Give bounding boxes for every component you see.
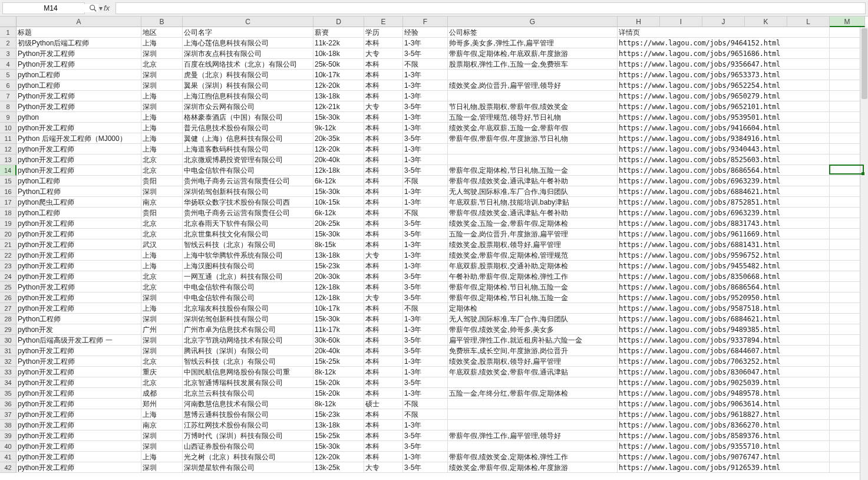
cell[interactable]: 3-5年 — [403, 229, 448, 239]
zoom-icon[interactable] — [88, 4, 98, 13]
cell[interactable]: 广州 — [141, 324, 183, 335]
cell[interactable]: 贵阳 — [141, 176, 183, 186]
cell[interactable]: Python开发工程师 — [16, 48, 141, 59]
row-header-8[interactable]: 8 — [0, 101, 16, 112]
cell[interactable]: 大专 — [364, 250, 403, 261]
cell[interactable]: 10k-18k — [313, 48, 364, 59]
cell[interactable]: 绩效奖金,带薪年假,定期体检,年度旅游 — [448, 462, 618, 473]
col-header-K[interactable]: K — [745, 17, 787, 27]
col-header-H[interactable]: H — [618, 17, 660, 27]
cell[interactable]: python开发工程师 — [16, 261, 141, 271]
cell[interactable]: 中国民航信息网络股份有限公司重 — [183, 367, 313, 377]
cell[interactable]: 不限 — [403, 208, 448, 218]
cell[interactable]: 无人驾驶,国际标准,车厂合作,海归团队 — [448, 186, 618, 197]
cell[interactable]: 绩效奖金,五险一金,带薪年假,定期体检 — [448, 218, 618, 229]
cell[interactable]: 15k-30k — [313, 441, 364, 452]
cell[interactable]: https://www.lagou.com/jobs/9126539.html — [618, 462, 830, 473]
cell[interactable]: 上海 — [141, 112, 183, 123]
cell[interactable]: https://www.lagou.com/jobs/9464152.html — [618, 38, 830, 48]
cell[interactable]: 公司标签 — [448, 27, 618, 38]
cell[interactable]: 11k-17k — [313, 324, 364, 335]
cell[interactable]: https://www.lagou.com/jobs/6844607.html — [618, 346, 830, 356]
cell[interactable]: https://www.lagou.com/jobs/9076747.html — [618, 452, 830, 462]
cell[interactable]: https://www.lagou.com/jobs/9618827.html — [618, 409, 830, 420]
row-header-33[interactable]: 33 — [0, 367, 16, 377]
formula-bar[interactable] — [115, 2, 866, 14]
cell[interactable]: 北京 — [141, 218, 183, 229]
cell[interactable]: 深圳 — [141, 441, 183, 452]
cell[interactable]: 本科 — [364, 154, 403, 165]
cell[interactable]: 成都 — [141, 388, 183, 399]
cell[interactable]: 智线云科技（北京）有限公司 — [183, 239, 313, 250]
cell[interactable]: 河南数慧信息技术有限公司 — [183, 399, 313, 409]
cell[interactable]: 本科 — [364, 208, 403, 218]
cell[interactable]: https://www.lagou.com/jobs/8686564.html — [618, 282, 830, 292]
cell[interactable]: 10k-17k — [313, 70, 364, 80]
cell[interactable]: 本科 — [364, 112, 403, 123]
cell[interactable]: python开发工程师 — [16, 462, 141, 473]
row-header-9[interactable]: 9 — [0, 112, 16, 123]
col-header-D[interactable]: D — [313, 17, 364, 27]
cell[interactable]: 12k-18k — [313, 165, 364, 176]
cell[interactable]: 节日礼物,股票期权,带薪年假,绩效奖金 — [448, 101, 618, 112]
col-header-E[interactable]: E — [364, 17, 403, 27]
cell[interactable]: 帅哥多,美女多,弹性工作,扁平管理 — [448, 38, 618, 48]
cell[interactable]: 6k-12k — [313, 208, 364, 218]
cell[interactable]: 定期体检 — [448, 303, 618, 314]
cell[interactable]: 深圳 — [141, 80, 183, 91]
cell[interactable]: 13k-25k — [313, 462, 364, 473]
cell[interactable]: https://www.lagou.com/jobs/6884621.html — [618, 314, 830, 324]
cell[interactable]: 北京 — [141, 154, 183, 165]
cell[interactable]: 硕士 — [364, 399, 403, 409]
row-header-35[interactable]: 35 — [0, 388, 16, 399]
cell[interactable]: 南京 — [141, 197, 183, 208]
cell[interactable]: 贵州电子商务云运营有限责任公司 — [183, 176, 313, 186]
cell[interactable]: 公司名字 — [183, 27, 313, 38]
row-header-20[interactable]: 20 — [0, 229, 16, 239]
cell[interactable]: 本科 — [364, 430, 403, 441]
cell[interactable]: 1-3年 — [403, 80, 448, 91]
cell[interactable]: Python开发工程师 — [16, 91, 141, 101]
cell[interactable]: https://www.lagou.com/jobs/9340443.html — [618, 144, 830, 154]
cell[interactable]: 本科 — [364, 324, 403, 335]
cell[interactable]: 3-5年 — [403, 377, 448, 388]
cell[interactable]: 上海 — [141, 133, 183, 144]
name-box[interactable]: ▾ — [2, 2, 85, 14]
cell[interactable] — [448, 409, 618, 420]
cell[interactable]: 深圳 — [141, 335, 183, 346]
cell[interactable]: https://www.lagou.com/jobs/9384916.html — [618, 133, 830, 144]
cell[interactable]: python开发工程师 — [16, 441, 141, 452]
cell[interactable]: 本科 — [364, 176, 403, 186]
col-header-A[interactable]: A — [16, 17, 141, 27]
row-header-18[interactable]: 18 — [0, 208, 16, 218]
cell[interactable]: Python开发工程师 — [16, 282, 141, 292]
row-header-31[interactable]: 31 — [0, 346, 16, 356]
cell[interactable]: 10k-15k — [313, 197, 364, 208]
name-box-input[interactable] — [3, 4, 98, 12]
cell[interactable]: 深圳 — [141, 48, 183, 59]
cell[interactable]: 北京瑞友科技股份有限公司 — [183, 303, 313, 314]
cell[interactable] — [448, 441, 618, 452]
cell[interactable]: 20k-40k — [313, 346, 364, 356]
cell[interactable]: 经验 — [403, 27, 448, 38]
cell[interactable]: 1-3年 — [403, 420, 448, 430]
cell[interactable]: 深圳市友点科技有限公司 — [183, 48, 313, 59]
cell[interactable]: python工程师 — [16, 208, 141, 218]
cell[interactable]: 本科 — [364, 186, 403, 197]
cell[interactable]: 3-5年 — [403, 441, 448, 452]
row-header-22[interactable]: 22 — [0, 250, 16, 261]
cell[interactable]: 深圳 — [141, 430, 183, 441]
cell[interactable]: 不限 — [403, 176, 448, 186]
cell[interactable]: 绩效奖金,股票期权,领导好,扁平管理 — [448, 239, 618, 250]
cell[interactable]: Python后端高级开发工程师 一 — [16, 335, 141, 346]
row-header-1[interactable]: 1 — [0, 27, 16, 38]
cell[interactable]: 上海 — [141, 303, 183, 314]
row-header-10[interactable]: 10 — [0, 123, 16, 133]
select-all-corner[interactable] — [0, 17, 16, 27]
col-header-G[interactable]: G — [448, 17, 618, 27]
cell[interactable]: 3-5年 — [403, 218, 448, 229]
cell[interactable]: python开发工程师 — [16, 229, 141, 239]
cell[interactable]: 本科 — [364, 91, 403, 101]
row-header-19[interactable]: 19 — [0, 218, 16, 229]
cell[interactable]: python开发工程师 — [16, 154, 141, 165]
